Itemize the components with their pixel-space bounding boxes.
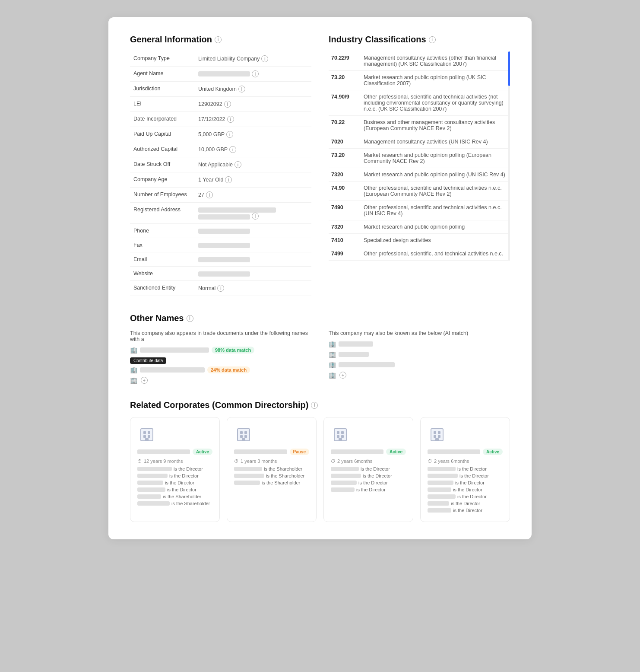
industry-code: 73.20 bbox=[329, 71, 361, 90]
ai-name-row-1: 🏢 bbox=[329, 341, 510, 347]
trade-name-add-icon[interactable]: + bbox=[141, 377, 148, 384]
industry-info-icon[interactable]: i bbox=[429, 36, 436, 43]
page-wrapper: General Information i Company TypeLimite… bbox=[108, 17, 532, 539]
corp-role-name-redacted bbox=[428, 487, 451, 492]
svg-rect-2 bbox=[148, 431, 150, 434]
corp-role-name-redacted bbox=[137, 474, 168, 478]
general-info-row: Email bbox=[130, 252, 311, 267]
industry-code: 7490 bbox=[329, 201, 361, 220]
field-label: Company Age bbox=[130, 172, 195, 188]
corp-role-name-redacted bbox=[234, 474, 264, 478]
industry-description: Other professional, scientific and techn… bbox=[361, 90, 510, 116]
general-info-row: Website bbox=[130, 267, 311, 281]
field-info-icon[interactable]: i bbox=[217, 285, 224, 292]
general-info-row: Paid Up Capital5,000 GBPi bbox=[130, 127, 311, 142]
trade-name-row-1: 🏢 98% data match bbox=[130, 347, 311, 354]
field-label: Jurisdiction bbox=[130, 82, 195, 97]
field-info-icon[interactable]: i bbox=[206, 191, 213, 198]
field-info-icon[interactable]: i bbox=[224, 101, 231, 108]
field-info-icon[interactable]: i bbox=[238, 86, 245, 92]
industry-code: 7499 bbox=[329, 247, 361, 261]
field-info-icon[interactable]: i bbox=[226, 131, 233, 138]
field-info-icon[interactable]: i bbox=[261, 55, 268, 62]
corp-time-row: ⏱ 2 years 6months bbox=[331, 459, 406, 464]
svg-rect-5 bbox=[145, 438, 149, 441]
general-info-icon[interactable]: i bbox=[215, 36, 222, 43]
corp-role-text: is the Director bbox=[457, 494, 487, 499]
field-value: United Kingdomi bbox=[195, 82, 311, 97]
corp-role-text: is the Shareholder bbox=[163, 494, 201, 499]
industry-row: 7490Other professional, scientific and t… bbox=[329, 201, 510, 220]
corp-role-name-redacted bbox=[331, 467, 359, 471]
corp-role-text: is the Shareholder bbox=[171, 501, 210, 506]
industry-row: 73.20Market research and public opinion … bbox=[329, 149, 510, 168]
industry-scrollbar[interactable] bbox=[508, 51, 510, 261]
industry-code: 7410 bbox=[329, 234, 361, 247]
general-info-row: Date Incorporated17/12/2022i bbox=[130, 112, 311, 127]
field-label: Company Type bbox=[130, 51, 195, 67]
industry-row: 70.22/9Management consultancy activities… bbox=[329, 51, 510, 71]
corp-role-row: is the Director bbox=[137, 480, 212, 485]
industry-row: 7320Market research and public opinion p… bbox=[329, 220, 510, 234]
field-label: Fax bbox=[130, 238, 195, 252]
corp-role-name-redacted bbox=[234, 467, 262, 471]
industry-code: 70.22/9 bbox=[329, 51, 361, 71]
field-label: Agent Name bbox=[130, 67, 195, 82]
corp-role-name-redacted bbox=[428, 501, 449, 506]
svg-rect-9 bbox=[240, 435, 243, 438]
corp-role-row: is the Shareholder bbox=[137, 494, 212, 499]
clock-icon: ⏱ bbox=[137, 459, 142, 464]
field-info-icon[interactable]: i bbox=[252, 70, 259, 77]
ai-building-icon-4: 🏢 bbox=[329, 372, 336, 379]
corp-role-name-redacted bbox=[137, 481, 163, 485]
corp-role-row: is the Shareholder bbox=[234, 466, 309, 471]
contribute-tooltip[interactable]: Contribute data bbox=[130, 357, 166, 364]
corp-role-text: is the Director bbox=[165, 480, 194, 485]
field-value bbox=[195, 252, 311, 267]
svg-rect-11 bbox=[242, 438, 245, 441]
other-names-info-icon[interactable]: i bbox=[187, 315, 193, 322]
corp-role-row: is the Director bbox=[428, 494, 503, 499]
corp-role-text: is the Director bbox=[174, 466, 203, 471]
general-info-row: Date Struck OffNot Applicablei bbox=[130, 157, 311, 172]
field-info-icon[interactable]: i bbox=[234, 161, 241, 168]
other-names-subtitle-right: This company may also be known as the be… bbox=[329, 330, 510, 336]
corp-role-text: is the Director bbox=[358, 480, 388, 485]
ai-name-row-3: 🏢 bbox=[329, 361, 510, 368]
ai-name-1 bbox=[339, 341, 373, 347]
related-info-icon[interactable]: i bbox=[311, 402, 318, 409]
industry-code: 7020 bbox=[329, 135, 361, 149]
corp-name-row: Active bbox=[331, 449, 406, 455]
field-info-icon[interactable]: i bbox=[227, 116, 234, 123]
industry-classifications-section: Industry Classifications i 70.22/9Manage… bbox=[329, 35, 510, 296]
svg-rect-10 bbox=[244, 435, 247, 438]
industry-row: 7499Other professional, scientific, and … bbox=[329, 247, 510, 261]
corp-name-redacted bbox=[428, 449, 480, 454]
industry-scroll-wrapper: 70.22/9Management consultancy activities… bbox=[329, 51, 510, 261]
corp-role-row: is the Director bbox=[331, 480, 406, 485]
corp-role-row: is the Director bbox=[428, 508, 503, 513]
field-value: 5,000 GBPi bbox=[195, 127, 311, 142]
field-info-icon[interactable]: i bbox=[229, 146, 236, 153]
industry-code: 74.90/9 bbox=[329, 90, 361, 116]
related-corporates-grid: Active⏱ 12 years 9 monthsis the Director… bbox=[130, 417, 510, 522]
field-redacted bbox=[198, 71, 250, 76]
industry-row: 7020Management consultancy activities (U… bbox=[329, 135, 510, 149]
corp-role-row: is the Director bbox=[137, 487, 212, 492]
general-info-row: Registered Addressi bbox=[130, 203, 311, 224]
corp-role-row: is the Director bbox=[428, 473, 503, 478]
corp-role-name-redacted bbox=[428, 467, 456, 471]
clock-icon: ⏱ bbox=[331, 459, 336, 464]
industry-table: 70.22/9Management consultancy activities… bbox=[329, 51, 510, 261]
svg-rect-17 bbox=[339, 438, 342, 441]
industry-row: 73.20Market research and public opinion … bbox=[329, 71, 510, 90]
general-info-row: LEI12902092i bbox=[130, 97, 311, 112]
field-info-icon[interactable]: i bbox=[252, 213, 259, 220]
general-information-section: General Information i Company TypeLimite… bbox=[130, 35, 311, 296]
field-info-icon[interactable]: i bbox=[225, 176, 232, 183]
ai-name-add-icon[interactable]: + bbox=[339, 372, 346, 379]
field-redacted bbox=[198, 257, 250, 262]
svg-rect-3 bbox=[143, 435, 146, 438]
svg-rect-7 bbox=[240, 431, 243, 434]
ai-building-icon-2: 🏢 bbox=[329, 351, 336, 358]
